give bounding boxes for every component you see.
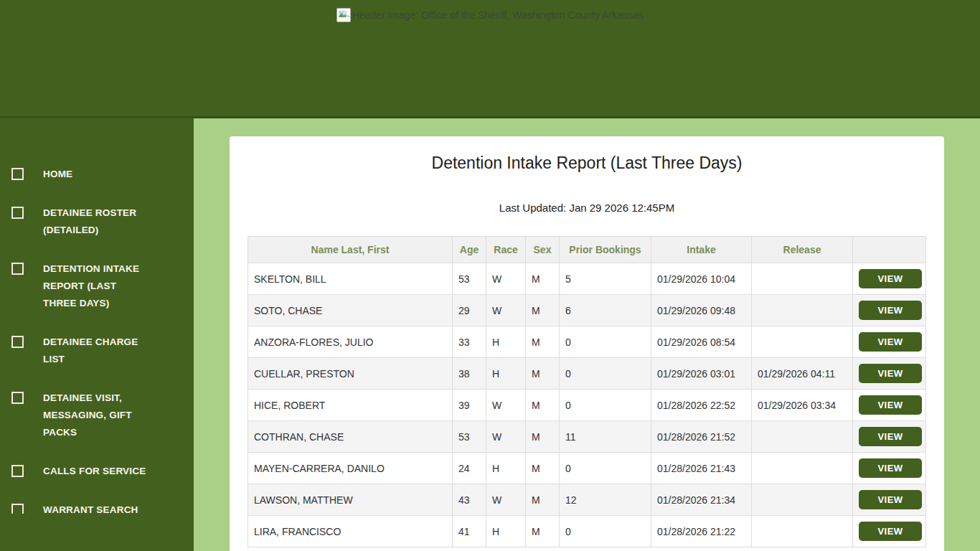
- cell-sex: M: [526, 358, 560, 390]
- view-button[interactable]: VIEW: [859, 301, 922, 320]
- cell-intake: 01/29/2026 09:48: [651, 295, 752, 326]
- report-card: Detention Intake Report (Last Three Days…: [230, 136, 944, 551]
- menu-image-placeholder-icon: [11, 263, 24, 275]
- broken-image-icon: [336, 8, 351, 22]
- cell-release: [752, 263, 853, 295]
- cell-sex: M: [526, 390, 560, 421]
- cell-prior-bookings: 0: [560, 326, 651, 358]
- sidebar-item-label: WARRANT SEARCH: [43, 501, 152, 514]
- cell-age: 33: [453, 326, 486, 358]
- cell-intake: 01/29/2026 08:54: [651, 326, 752, 358]
- table-body: SKELTON, BILL 53 W M 5 01/29/2026 10:04 …: [248, 263, 926, 547]
- sidebar-item-detainee-roster-detailed[interactable]: DETAINEE ROSTER (DETAILED): [0, 204, 194, 239]
- cell-release: [752, 516, 853, 547]
- cell-intake: 01/28/2026 21:34: [651, 484, 752, 516]
- cell-view: VIEW: [853, 295, 926, 326]
- cell-release: 01/29/2026 03:34: [752, 390, 853, 421]
- view-button[interactable]: VIEW: [859, 395, 922, 415]
- page-title: Detention Intake Report (Last Three Days…: [230, 154, 944, 173]
- table-header-row: Name Last, FirstAgeRaceSexPrior Bookings…: [248, 237, 926, 263]
- cell-name: LIRA, FRANCISCO: [248, 516, 453, 547]
- cell-view: VIEW: [853, 421, 926, 453]
- view-button[interactable]: VIEW: [859, 364, 922, 383]
- cell-prior-bookings: 11: [560, 421, 651, 453]
- cell-age: 53: [453, 421, 486, 453]
- sidebar-item-detainee-visit-messaging-gift-packs[interactable]: DETAINEE VISIT, MESSAGING, GIFT PACKS: [0, 390, 194, 441]
- sidebar-item-detention-intake-report-last-three-days[interactable]: DETENTION INTAKE REPORT (LAST THREE DAYS…: [0, 260, 194, 312]
- intake-table: Name Last, FirstAgeRaceSexPrior Bookings…: [248, 236, 926, 547]
- table-row: SOTO, CHASE 29 W M 6 01/29/2026 09:48 VI…: [248, 295, 926, 326]
- cell-prior-bookings: 0: [560, 516, 651, 547]
- cell-release: [752, 453, 853, 484]
- view-button[interactable]: VIEW: [859, 522, 922, 541]
- view-button[interactable]: VIEW: [859, 490, 922, 509]
- main-content: Detention Intake Report (Last Three Days…: [194, 118, 980, 551]
- column-header: Release: [752, 237, 853, 263]
- header-alt-text: Header Image: Office of the Sheriff, Was…: [352, 9, 644, 21]
- sidebar-item-detainee-charge-list[interactable]: DETAINEE CHARGE LIST: [0, 334, 194, 368]
- sidebar-item-label: DETENTION INTAKE REPORT (LAST THREE DAYS…: [43, 260, 152, 312]
- cell-age: 41: [453, 516, 486, 547]
- cell-race: H: [486, 516, 526, 547]
- cell-prior-bookings: 12: [560, 484, 651, 516]
- cell-age: 24: [453, 453, 486, 484]
- cell-race: W: [486, 263, 526, 295]
- cell-name: ANZORA-FLORES, JULIO: [248, 326, 453, 358]
- cell-sex: M: [526, 421, 560, 453]
- cell-intake: 01/29/2026 10:04: [651, 263, 752, 295]
- cell-view: VIEW: [853, 484, 926, 516]
- sidebar-item-label: HOME: [43, 166, 152, 183]
- cell-name: SKELTON, BILL: [248, 263, 453, 295]
- cell-sex: M: [526, 453, 560, 484]
- cell-sex: M: [526, 484, 560, 516]
- cell-race: W: [486, 390, 526, 421]
- cell-sex: M: [526, 263, 560, 295]
- cell-release: [752, 484, 853, 516]
- cell-view: VIEW: [853, 390, 926, 421]
- cell-sex: M: [526, 516, 560, 547]
- cell-release: [752, 295, 853, 326]
- cell-age: 39: [453, 390, 486, 421]
- cell-race: W: [486, 484, 526, 516]
- menu-image-placeholder-icon: [11, 336, 24, 348]
- menu-image-placeholder-icon: [11, 504, 24, 514]
- cell-view: VIEW: [853, 516, 926, 547]
- sidebar-menu: HOME DETAINEE ROSTER (DETAILED) DETENTIO…: [0, 166, 194, 514]
- view-button[interactable]: VIEW: [859, 427, 922, 446]
- cell-view: VIEW: [853, 453, 926, 484]
- cell-race: W: [486, 421, 526, 453]
- cell-name: SOTO, CHASE: [248, 295, 453, 326]
- cell-name: LAWSON, MATTHEW: [248, 484, 453, 516]
- menu-image-placeholder-icon: [11, 392, 24, 404]
- cell-age: 29: [453, 295, 486, 326]
- view-button[interactable]: VIEW: [859, 458, 922, 478]
- cell-intake: 01/29/2026 03:01: [651, 358, 752, 390]
- cell-release: [752, 421, 853, 453]
- cell-age: 53: [453, 263, 486, 295]
- header-image-broken: Header Image: Office of the Sheriff, Was…: [336, 8, 644, 22]
- cell-view: VIEW: [853, 263, 926, 295]
- cell-age: 38: [453, 358, 486, 390]
- sidebar-item-calls-for-service[interactable]: CALLS FOR SERVICE: [0, 463, 194, 480]
- table-row: MAYEN-CARRERA, DANILO 24 H M 0 01/28/202…: [248, 453, 926, 484]
- view-button[interactable]: VIEW: [859, 269, 922, 288]
- column-header: Intake: [651, 237, 752, 263]
- menu-image-placeholder-icon: [11, 465, 24, 477]
- cell-race: W: [486, 295, 526, 326]
- cell-race: H: [486, 358, 526, 390]
- sidebar-item-warrant-search[interactable]: WARRANT SEARCH: [0, 501, 194, 514]
- cell-intake: 01/28/2026 21:43: [651, 453, 752, 484]
- cell-race: H: [486, 453, 526, 484]
- cell-prior-bookings: 5: [560, 263, 651, 295]
- table-row: SKELTON, BILL 53 W M 5 01/29/2026 10:04 …: [248, 263, 926, 295]
- column-header: Age: [453, 237, 486, 263]
- table-row: LAWSON, MATTHEW 43 W M 12 01/28/2026 21:…: [248, 484, 926, 516]
- table-row: ANZORA-FLORES, JULIO 33 H M 0 01/29/2026…: [248, 326, 926, 358]
- view-button[interactable]: VIEW: [859, 332, 922, 352]
- sidebar-item-label: DETAINEE CHARGE LIST: [43, 334, 152, 368]
- table-row: CUELLAR, PRESTON 38 H M 0 01/29/2026 03:…: [248, 358, 926, 390]
- table-row: COTHRAN, CHASE 53 W M 11 01/28/2026 21:5…: [248, 421, 926, 453]
- cell-sex: M: [526, 295, 560, 326]
- sidebar-item-label: DETAINEE ROSTER (DETAILED): [43, 204, 152, 239]
- sidebar-item-home[interactable]: HOME: [0, 166, 194, 183]
